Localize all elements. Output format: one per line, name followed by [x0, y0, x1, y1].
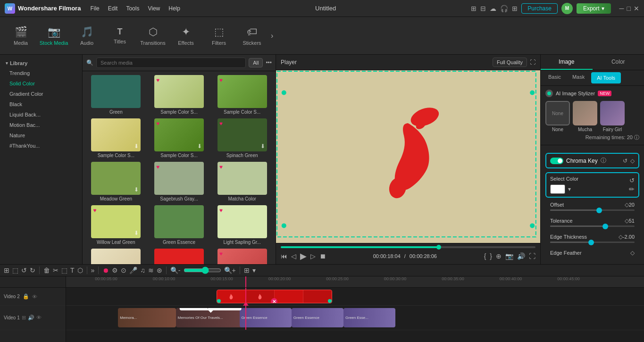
edge-thickness-slider-thumb[interactable]	[588, 240, 594, 245]
track-clip-video2[interactable]: ✕	[217, 290, 332, 304]
edge-thickness-slider-track[interactable]	[550, 242, 635, 243]
cut-icon[interactable]: ✂	[53, 267, 59, 274]
list-item[interactable]: Sample Color $...	[84, 247, 148, 264]
chroma-key-switch[interactable]	[550, 158, 563, 164]
select-tool-icon[interactable]: ⬚	[12, 267, 18, 274]
ai-style-fairy-girl[interactable]: Fairy Girl	[600, 101, 625, 132]
list-item[interactable]: ♥ Sample Color S...	[210, 73, 274, 117]
track1-eye-icon[interactable]: 👁	[36, 315, 42, 321]
offset-slider-thumb[interactable]	[596, 208, 602, 213]
sidebar-item-gradient-color[interactable]: Gradient Color	[0, 89, 82, 99]
avatar[interactable]: M	[561, 3, 573, 14]
list-item[interactable]: ♥ Light Sapling Gr...	[210, 203, 274, 247]
edge-thickness-reset-icon[interactable]: ◇	[619, 234, 623, 240]
eyedropper-icon[interactable]: ✏	[629, 185, 635, 193]
export-button[interactable]: Export ▾	[577, 3, 611, 14]
tolerance-reset-icon[interactable]: ◇	[625, 217, 629, 224]
add-track-icon[interactable]: ⊞	[4, 267, 9, 274]
play-icon[interactable]: ▶	[300, 251, 307, 261]
tool-audio[interactable]: 🎵 Audio	[71, 19, 103, 53]
menu-file[interactable]: File	[90, 5, 99, 12]
chroma-key-info-icon[interactable]: ⓘ	[601, 157, 606, 165]
tool-stickers[interactable]: 🏷 Stickers	[236, 19, 268, 53]
sidebar-item-solid-color[interactable]: Solid Color	[0, 78, 82, 89]
record-icon[interactable]: ⏺	[102, 267, 109, 274]
headset-icon[interactable]: 🎧	[500, 5, 508, 12]
list-item[interactable]: ♥ ⬇ Willow Leaf Green	[84, 203, 148, 247]
track1-add-icon[interactable]: ⊞	[22, 315, 26, 321]
track2-lock-icon[interactable]: 🔒	[23, 293, 29, 300]
add-to-timeline-icon[interactable]: ⊕	[496, 252, 502, 260]
list-item[interactable]: ⬇ Meadow Green	[84, 160, 148, 203]
more-options-icon[interactable]: •••	[266, 59, 272, 66]
zoom-out-icon[interactable]: 🔍-	[170, 267, 181, 274]
purchase-button[interactable]: Purchase	[521, 3, 558, 14]
info-icon[interactable]: ⓘ	[634, 134, 639, 140]
clip-icon[interactable]: ⊙	[121, 267, 126, 274]
list-item[interactable]: ⬇ Sample Color S...	[84, 117, 148, 160]
mic-icon[interactable]: 🎤	[129, 267, 137, 274]
menu-help[interactable]: Help	[168, 5, 180, 12]
menu-tools[interactable]: Tools	[126, 5, 139, 12]
track2-eye-icon[interactable]: 👁	[32, 294, 37, 300]
text-icon[interactable]: T	[70, 267, 75, 274]
track1-audio-icon[interactable]: 🔊	[28, 315, 34, 321]
frame-back-icon[interactable]: ◁	[291, 252, 296, 260]
filter2-icon[interactable]: ≋	[148, 267, 154, 274]
search-input[interactable]	[96, 58, 246, 68]
grid-icon[interactable]: ⊞	[512, 5, 518, 12]
mark-in-icon[interactable]: {	[484, 252, 486, 260]
sidebar-item-motion-back[interactable]: Motion Bac...	[0, 120, 82, 130]
list-item[interactable]: ♥ Matcha Color	[210, 160, 274, 203]
sidebar-item-black[interactable]: Black	[0, 99, 82, 109]
ai-style-none[interactable]: None None	[545, 101, 570, 132]
quality-select[interactable]: Full Quality	[493, 58, 527, 67]
tab-color[interactable]: Color	[593, 55, 644, 70]
list-item[interactable]: ♥ Sample Color S...	[210, 247, 274, 264]
chroma-key-toggle[interactable]: Chroma Key ⓘ	[550, 157, 606, 165]
sidebar-item-thankyou[interactable]: #ThankYou...	[0, 141, 82, 151]
expand-icon[interactable]: ⛶	[530, 59, 535, 66]
clip-delete-icon[interactable]: ✕	[271, 298, 277, 303]
grid-options-icon[interactable]: ⊞	[244, 267, 250, 274]
undo-icon[interactable]: ↺	[21, 267, 27, 274]
tool-transitions[interactable]: ⬡ Transitions	[137, 19, 169, 53]
tab-image[interactable]: Image	[541, 55, 593, 70]
list-item[interactable]: ♥ ⬇ Sample Color S...	[148, 117, 211, 160]
progress-bar[interactable]	[281, 246, 535, 248]
tool-media[interactable]: 🎬 Media	[5, 19, 37, 53]
list-item[interactable]: ♥ ⬇ Spinach Green	[210, 117, 274, 160]
mark-out-icon[interactable]: }	[490, 252, 492, 260]
delete-icon[interactable]: 🗑	[43, 267, 50, 274]
clip-green1[interactable]: Green Essence	[240, 308, 292, 327]
tolerance-slider-thumb[interactable]	[602, 224, 608, 229]
skip-back-icon[interactable]: ⏮	[281, 252, 287, 260]
more-tools-icon[interactable]: »	[91, 267, 95, 274]
chroma-key-settings-icon[interactable]: ◇	[630, 158, 635, 164]
tool-stock-media[interactable]: 📷 Stock Media	[38, 19, 70, 53]
stop-icon[interactable]: ⏹	[319, 252, 326, 260]
restore-icon[interactable]: ⊞	[471, 5, 477, 12]
clip-green3[interactable]: Green Esse...	[343, 308, 395, 327]
chroma-key-reset-icon[interactable]: ↺	[623, 158, 627, 164]
frame-forward-icon[interactable]: ▷	[310, 252, 316, 260]
sidebar-library-header[interactable]: ▾ Library	[0, 58, 82, 68]
marker-icon[interactable]: ⊛	[157, 267, 162, 274]
offset-reset-icon[interactable]: ◇	[625, 201, 629, 208]
tool-filters[interactable]: ⬚ Filters	[203, 19, 235, 53]
select-color-reset-icon[interactable]: ↺	[629, 177, 635, 184]
sub-tab-ai-tools[interactable]: AI Tools	[591, 72, 621, 83]
sub-tab-basic[interactable]: Basic	[544, 72, 566, 83]
menu-edit[interactable]: Edit	[108, 5, 118, 12]
crop-icon[interactable]: ⬚	[61, 267, 67, 274]
offset-slider-track[interactable]	[550, 209, 635, 211]
maximize-icon[interactable]: □	[627, 5, 631, 12]
redo-icon[interactable]: ↻	[30, 267, 35, 274]
tolerance-slider-track[interactable]	[550, 225, 635, 227]
ai-style-mucha[interactable]: Mucha	[573, 101, 597, 132]
list-item[interactable]: ♥ Sagebrush Gray...	[148, 160, 211, 203]
menu-view[interactable]: View	[148, 5, 160, 12]
music-icon[interactable]: ♫	[140, 267, 145, 274]
sidebar-item-liquid-back[interactable]: Liquid Back...	[0, 109, 82, 120]
tool-effects[interactable]: ✦ Effects	[170, 19, 202, 53]
